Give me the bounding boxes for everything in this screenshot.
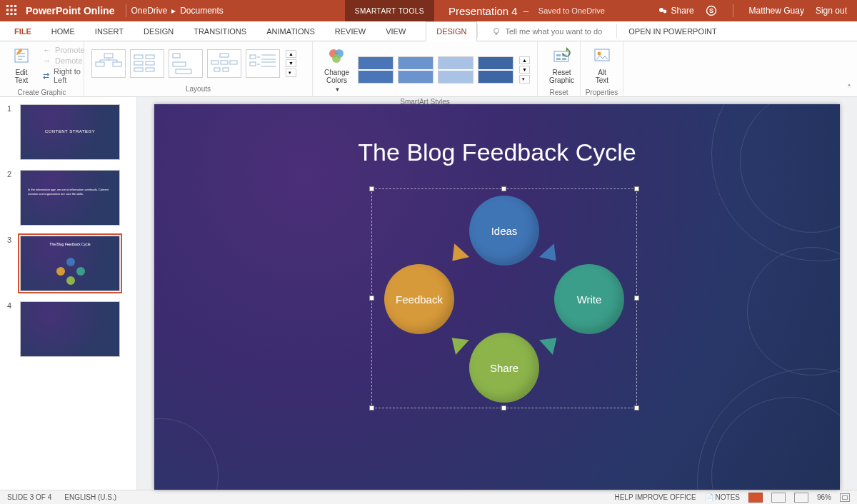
group-label-layouts: Layouts: [84, 85, 312, 96]
layouts-more[interactable]: ▾: [286, 69, 296, 77]
cycle-node-ideas[interactable]: Ideas: [469, 196, 539, 266]
tab-file[interactable]: FILE: [4, 21, 41, 41]
layout-option-2[interactable]: [130, 49, 164, 78]
skype-icon[interactable]: S: [706, 5, 717, 16]
svg-rect-22: [146, 61, 154, 65]
thumb1-title: CONTENT STRATEGY: [21, 129, 119, 133]
tab-design[interactable]: DESIGN: [134, 21, 184, 41]
status-slide-of[interactable]: SLIDE 3 OF 4: [7, 493, 51, 501]
ribbon-group-layouts: ▲ ▼ ▾ Layouts: [84, 41, 313, 96]
view-normal-button[interactable]: [748, 493, 763, 503]
tab-view[interactable]: VIEW: [376, 21, 416, 41]
notes-button[interactable]: 📄 NOTES: [705, 493, 740, 501]
cycle-node-write[interactable]: Write: [554, 264, 624, 334]
status-language[interactable]: ENGLISH (U.S.): [64, 493, 116, 501]
styles-scroll-down[interactable]: ▼: [519, 66, 530, 74]
tab-insert[interactable]: INSERT: [85, 21, 134, 41]
sign-out-link[interactable]: Sign out: [816, 6, 847, 16]
svg-rect-20: [146, 55, 154, 59]
zoom-level[interactable]: 96%: [817, 493, 831, 501]
app-name[interactable]: PowerPoint Online: [23, 5, 121, 16]
ribbon-group-properties: Alt Text Properties: [581, 41, 623, 96]
cycle-node-share[interactable]: Share: [469, 333, 539, 403]
alt-text-button[interactable]: Alt Text: [588, 44, 616, 86]
resize-handle-b[interactable]: [501, 405, 506, 410]
tab-review[interactable]: REVIEW: [325, 21, 376, 41]
breadcrumb-onedrive[interactable]: OneDrive: [131, 6, 167, 16]
promote-label: Promote: [55, 46, 85, 54]
styles-more[interactable]: ▾: [519, 75, 530, 84]
style-option-1[interactable]: [358, 56, 394, 84]
view-slideshow-button[interactable]: [794, 493, 808, 503]
help-improve-office[interactable]: HELP IMPROVE OFFICE: [614, 493, 696, 501]
resize-handle-tl[interactable]: [369, 186, 374, 191]
slide-thumbnail-2[interactable]: In the information age, we are at inform…: [20, 170, 120, 226]
user-name[interactable]: Matthew Guay: [749, 6, 804, 16]
ribbon-group-reset: Reset Graphic Reset: [538, 41, 581, 96]
slide-canvas[interactable]: The Blog Feedback Cycle Ideas Write Shar…: [154, 104, 840, 490]
layout-option-5[interactable]: [246, 49, 280, 78]
tab-smartart-design[interactable]: DESIGN: [426, 21, 477, 41]
style-option-2[interactable]: [398, 56, 433, 84]
collapse-ribbon-icon[interactable]: ˄: [847, 84, 851, 94]
edit-text-button[interactable]: Edit Text: [7, 44, 36, 86]
fit-to-window-icon[interactable]: [840, 493, 850, 502]
style-option-3[interactable]: [438, 56, 473, 84]
change-colors-label: Change Colors: [324, 69, 349, 84]
resize-handle-tr[interactable]: [634, 186, 639, 191]
share-button[interactable]: Share: [658, 6, 694, 16]
tab-home[interactable]: HOME: [41, 21, 85, 41]
svg-point-38: [332, 54, 341, 63]
slide-canvas-area[interactable]: The Blog Feedback Cycle Ideas Write Shar…: [137, 97, 857, 490]
view-sorter-button[interactable]: [771, 493, 786, 503]
slide-title[interactable]: The Blog Feedback Cycle: [154, 138, 840, 166]
cycle-node-feedback[interactable]: Feedback: [384, 264, 454, 334]
smartart-cycle[interactable]: Ideas Write Share Feedback: [376, 193, 633, 404]
promote-button[interactable]: ←Promote: [43, 46, 85, 54]
layouts-scroll-down[interactable]: ▼: [286, 59, 296, 67]
svg-point-41: [597, 52, 601, 56]
breadcrumb-documents[interactable]: Documents: [180, 6, 224, 16]
resize-handle-l[interactable]: [369, 296, 374, 301]
arrow-left-icon: ←: [43, 46, 51, 54]
app-launcher-icon[interactable]: [0, 5, 23, 17]
notes-label: NOTES: [716, 493, 740, 501]
resize-handle-t[interactable]: [501, 186, 506, 191]
tab-animations[interactable]: ANIMATIONS: [256, 21, 325, 41]
svg-rect-33: [223, 68, 229, 71]
svg-rect-19: [134, 55, 143, 59]
arrow-right-icon: →: [43, 56, 51, 65]
reset-graphic-button[interactable]: Reset Graphic: [545, 44, 578, 86]
svg-rect-26: [173, 62, 186, 66]
right-to-left-button[interactable]: ⇄Right to Left: [43, 67, 85, 84]
slide-thumbnail-1[interactable]: CONTENT STRATEGY: [20, 104, 120, 160]
contextual-tab-smartart[interactable]: SMARTART TOOLS: [345, 0, 434, 21]
ribbon-group-styles: Change Colors▼ ▲ ▼ ▾ SmartArt Styles: [313, 41, 538, 96]
slide-thumbnail-3[interactable]: The Blog Feedback Cycle: [20, 236, 120, 291]
breadcrumb[interactable]: OneDrive ▸ Documents: [131, 6, 223, 16]
thumb-number-1: 1: [7, 104, 14, 160]
tell-me-search[interactable]: Tell me what you want to do: [478, 21, 616, 41]
change-colors-button[interactable]: Change Colors▼: [320, 44, 354, 95]
reset-label: Reset Graphic: [549, 69, 574, 84]
thumb-number-3: 3: [7, 236, 14, 291]
layout-option-1[interactable]: [91, 49, 126, 78]
svg-rect-34: [250, 55, 256, 59]
resize-handle-r[interactable]: [634, 296, 639, 301]
slide-thumbnail-4[interactable]: [20, 301, 120, 357]
open-in-powerpoint[interactable]: OPEN IN POWERPOINT: [617, 21, 728, 41]
svg-rect-17: [96, 62, 104, 66]
ribbon: Edit Text ←Promote →Demote ⇄Right to Lef…: [0, 41, 857, 97]
layout-option-4[interactable]: [207, 49, 241, 78]
resize-handle-br[interactable]: [634, 405, 639, 410]
group-label-create: Create Graphic: [0, 89, 84, 96]
resize-handle-bl[interactable]: [369, 405, 374, 410]
tab-transitions[interactable]: TRANSITIONS: [184, 21, 256, 41]
svg-rect-14: [496, 33, 498, 34]
layouts-scroll-up[interactable]: ▲: [286, 50, 296, 58]
styles-scroll-up[interactable]: ▲: [519, 56, 530, 64]
presentation-title[interactable]: Presentation 4: [448, 5, 518, 17]
demote-button[interactable]: →Demote: [43, 56, 85, 65]
style-option-4[interactable]: [478, 56, 513, 84]
layout-option-3[interactable]: [169, 49, 203, 78]
